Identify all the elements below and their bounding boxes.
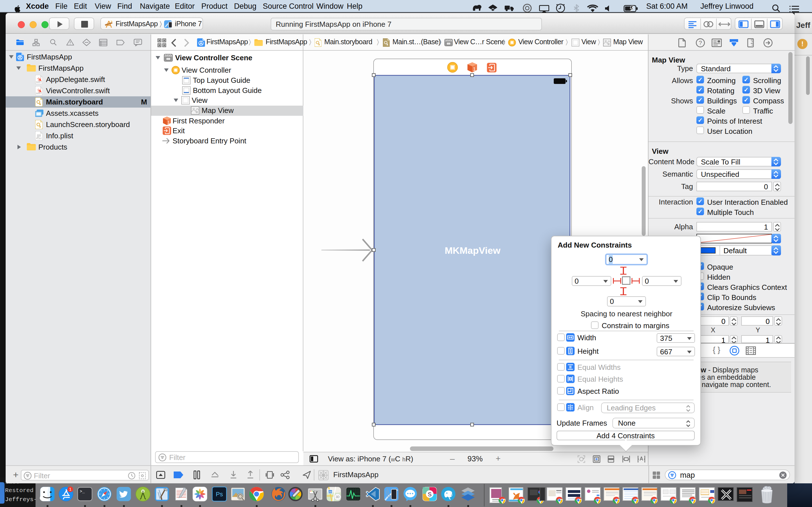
svg-text:1: 1 bbox=[167, 120, 170, 124]
svg-text:1: 1 bbox=[69, 487, 71, 492]
svg-text:?: ? bbox=[699, 40, 702, 46]
svg-text:SWIFT: SWIFT bbox=[36, 81, 42, 83]
svg-text:1: 1 bbox=[473, 67, 476, 71]
svg-text:>_: >_ bbox=[80, 489, 85, 494]
svg-text:SWIFT: SWIFT bbox=[36, 92, 42, 95]
svg-text:3D: 3D bbox=[336, 496, 340, 499]
svg-text:280: 280 bbox=[328, 490, 333, 493]
svg-text:Ps: Ps bbox=[216, 491, 223, 498]
svg-text:S: S bbox=[428, 491, 432, 497]
svg-text:PLIST: PLIST bbox=[36, 137, 42, 140]
